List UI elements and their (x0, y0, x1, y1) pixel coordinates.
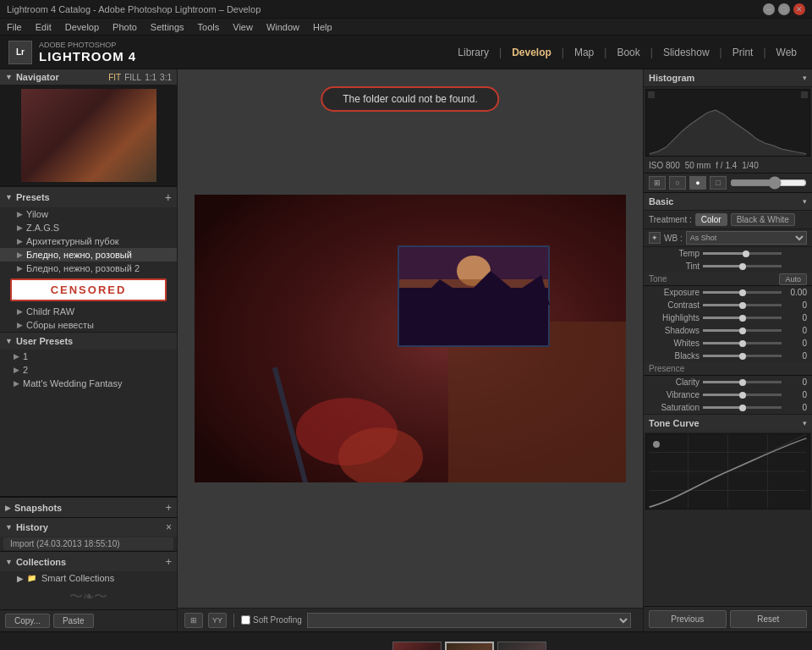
history-item[interactable]: Import (24.03.2013 18:55:10) (3, 537, 173, 550)
exposure-track[interactable] (703, 291, 782, 294)
collections-sub-item[interactable]: ▶ 📁 Smart Collections (0, 571, 177, 585)
tone-curve-header[interactable]: Tone Curve ▾ (644, 414, 812, 432)
presets-add-btn[interactable]: + (165, 190, 172, 204)
contrast-track[interactable] (703, 304, 782, 306)
wb-label: WB : (664, 234, 683, 243)
highlights-thumb[interactable] (739, 315, 746, 322)
treatment-bw-btn[interactable]: Black & White (731, 213, 795, 226)
zoom-3-1[interactable]: 3:1 (160, 73, 172, 82)
histogram-header[interactable]: Histogram ▾ (644, 69, 812, 87)
basic-section-header[interactable]: Basic ▾ (644, 193, 812, 211)
saturation-thumb[interactable] (739, 405, 746, 411)
nav-book[interactable]: Book (610, 43, 646, 62)
vibrance-thumb[interactable] (739, 392, 746, 399)
film-thumb-2[interactable] (445, 642, 494, 651)
whites-thumb[interactable] (739, 340, 746, 347)
collections-add-btn[interactable]: + (165, 555, 172, 568)
wb-dropdown[interactable]: As Shot Auto Daylight Cloudy Custom (686, 231, 807, 245)
menu-view[interactable]: View (229, 22, 256, 32)
preset-item[interactable]: ▶ Архитектурный пубок (0, 234, 177, 248)
preset-item[interactable]: ▶ Z.A.G.S (0, 221, 177, 234)
temp-track[interactable] (703, 252, 782, 255)
user-presets-header[interactable]: ▼ User Presets (0, 332, 177, 350)
film-thumb-3[interactable] (497, 642, 546, 651)
maximize-btn[interactable]: □ (778, 3, 790, 15)
navigator-thumbnail[interactable] (21, 89, 156, 182)
navigator-header[interactable]: ▼ Navigator FIT FILL 1:1 3:1 (0, 69, 177, 85)
snapshots-header[interactable]: ▶ Snapshots + (0, 498, 177, 517)
channel-circle-btn[interactable]: ○ (669, 176, 686, 190)
user-preset-item[interactable]: ▶ 2 (0, 363, 177, 377)
logo-brand: ADOBE PHOTOSHOP (39, 41, 136, 49)
soft-proofing-checkbox[interactable] (241, 615, 250, 625)
exposure-thumb[interactable] (739, 289, 746, 296)
histogram-clipping-highlights[interactable] (801, 91, 808, 98)
nav-library[interactable]: Library (451, 43, 496, 62)
zoom-fill[interactable]: FILL (124, 73, 141, 82)
histogram-clipping-shadows[interactable] (648, 91, 655, 98)
nav-print[interactable]: Print (726, 43, 760, 62)
menu-window[interactable]: Window (263, 22, 303, 32)
soft-proofing-label[interactable]: Soft Proofing (241, 615, 302, 625)
grid-view-btn[interactable]: ⊞ (184, 613, 203, 628)
channel-circle-filled-btn[interactable]: ● (689, 176, 706, 190)
auto-btn[interactable]: Auto (779, 273, 807, 285)
reset-button[interactable]: Reset (730, 610, 808, 628)
snapshots-add-btn[interactable]: + (165, 501, 172, 514)
zoom-1-1[interactable]: 1:1 (145, 73, 156, 82)
menu-photo[interactable]: Photo (109, 22, 140, 32)
tone-curve-point-btn[interactable] (653, 441, 660, 448)
menu-file[interactable]: File (3, 22, 25, 32)
treatment-color-btn[interactable]: Color (695, 213, 727, 226)
shadows-track[interactable] (703, 329, 782, 332)
menu-help[interactable]: Help (310, 22, 336, 32)
temp-thumb[interactable] (743, 251, 749, 257)
user-preset-item[interactable]: ▶ Matt's Wedding Fantasy (0, 377, 177, 390)
main-photo[interactable] (195, 195, 626, 482)
channel-grid-btn[interactable]: ⊞ (649, 176, 666, 190)
close-btn[interactable]: ✕ (793, 3, 805, 15)
highlights-track[interactable] (703, 317, 782, 319)
channel-slider[interactable] (730, 176, 807, 190)
soft-proofing-dropdown[interactable] (307, 613, 631, 628)
preset-item[interactable]: ▶ Сборы невесты (0, 318, 177, 332)
shadows-thumb[interactable] (739, 328, 746, 334)
contrast-thumb[interactable] (739, 302, 746, 309)
filmstrip: 1 2 ⊞ ◀ ▶ Folder : Folder : Браузер с за… (0, 631, 812, 650)
clarity-track[interactable] (703, 381, 782, 383)
tint-track[interactable] (703, 265, 782, 267)
zoom-fit[interactable]: FIT (108, 73, 121, 82)
history-close-btn[interactable]: × (166, 521, 172, 533)
menu-edit[interactable]: Edit (32, 22, 55, 32)
history-header[interactable]: ▼ History × (0, 518, 177, 537)
nav-web[interactable]: Web (770, 43, 804, 62)
nav-slideshow[interactable]: Slideshow (656, 43, 716, 62)
preset-item[interactable]: ▶ Yilow (0, 207, 177, 221)
blacks-track[interactable] (703, 355, 782, 357)
collections-header[interactable]: ▼ Collections + (0, 552, 177, 571)
channel-btn[interactable]: YY (208, 613, 227, 628)
blacks-thumb[interactable] (739, 353, 746, 360)
menu-develop[interactable]: Develop (62, 22, 102, 32)
menu-settings[interactable]: Settings (147, 22, 188, 32)
preset-item[interactable]: ▶ Childr RAW (0, 305, 177, 318)
minimize-btn[interactable]: ─ (763, 3, 775, 15)
user-preset-item[interactable]: ▶ 1 (0, 350, 177, 363)
copy-button[interactable]: Copy... (5, 614, 50, 628)
menu-tools[interactable]: Tools (195, 22, 223, 32)
vibrance-track[interactable] (703, 394, 782, 396)
previous-button[interactable]: Previous (649, 610, 727, 628)
wb-eyedropper[interactable]: ✦ (649, 232, 661, 244)
preset-item[interactable]: ▶ Бледно, нежно, розовый (0, 248, 177, 262)
nav-develop[interactable]: Develop (505, 43, 558, 62)
presets-header[interactable]: ▼ Presets + (0, 186, 177, 207)
saturation-track[interactable] (703, 406, 782, 409)
film-thumb-1[interactable] (392, 642, 442, 651)
nav-map[interactable]: Map (568, 43, 601, 62)
whites-track[interactable] (703, 342, 782, 344)
clarity-thumb[interactable] (739, 379, 746, 386)
preset-item[interactable]: ▶ Бледно, нежно, розовый 2 (0, 262, 177, 275)
channel-square-btn[interactable]: □ (710, 176, 727, 190)
paste-button[interactable]: Paste (53, 614, 94, 628)
tint-thumb[interactable] (739, 263, 746, 270)
